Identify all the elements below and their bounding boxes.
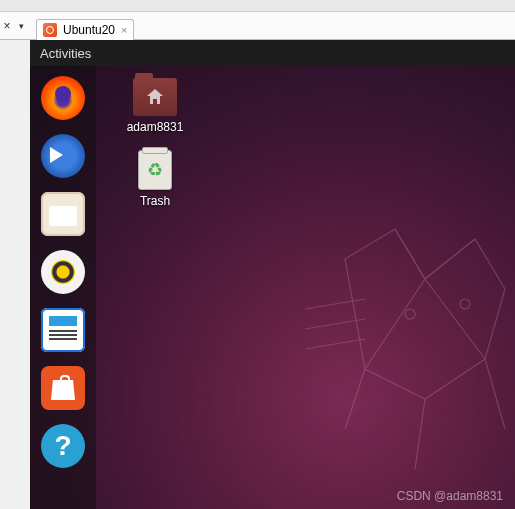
- dock-help[interactable]: ?: [41, 424, 85, 468]
- desktop[interactable]: ? adam8831 ♻ Trash CSDN @adam8831: [30, 66, 515, 509]
- folder-icon: [133, 78, 177, 116]
- ubuntu-icon: [43, 23, 57, 37]
- svg-point-0: [405, 309, 415, 319]
- vm-tab-ubuntu20[interactable]: Ubuntu20 ×: [36, 19, 134, 41]
- vm-window: Activities ? ad: [30, 40, 515, 509]
- dock-ubuntu-software[interactable]: [41, 366, 85, 410]
- dock: ?: [30, 66, 96, 509]
- wallpaper-art: [305, 219, 515, 479]
- gnome-topbar: Activities: [30, 40, 515, 66]
- dock-firefox[interactable]: [41, 76, 85, 120]
- dock-rhythmbox[interactable]: [41, 250, 85, 294]
- trash-icon: ♻: [138, 150, 172, 190]
- host-tabbar: × ▾ Ubuntu20 ×: [0, 12, 515, 40]
- dock-libreoffice-writer[interactable]: [41, 308, 85, 352]
- dock-files[interactable]: [41, 192, 85, 236]
- desktop-icon-label: adam8831: [127, 120, 184, 134]
- desktop-icon-trash[interactable]: ♻ Trash: [115, 150, 195, 208]
- tab-close-button[interactable]: ×: [121, 24, 127, 36]
- svg-point-1: [460, 299, 470, 309]
- home-icon: [145, 87, 165, 107]
- dock-thunderbird[interactable]: [41, 134, 85, 178]
- host-dropdown[interactable]: ▾: [14, 21, 28, 31]
- desktop-icon-label: Trash: [140, 194, 170, 208]
- host-close-button[interactable]: ×: [0, 19, 14, 33]
- desktop-icon-home[interactable]: adam8831: [115, 78, 195, 134]
- recycle-icon: ♻: [139, 151, 171, 189]
- vm-tab-label: Ubuntu20: [63, 23, 115, 37]
- watermark: CSDN @adam8831: [397, 489, 503, 503]
- activities-button[interactable]: Activities: [40, 46, 91, 61]
